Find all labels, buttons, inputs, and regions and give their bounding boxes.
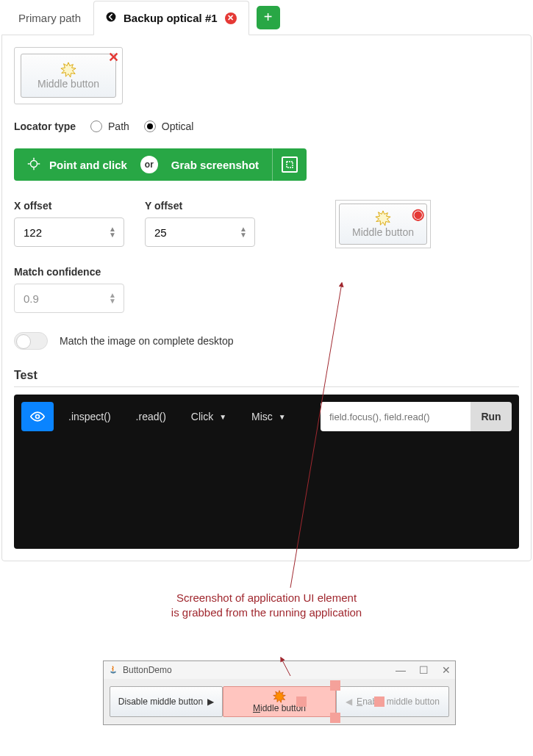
locator-panel: ✕ Middle button Locator type Path Optica… xyxy=(1,35,532,561)
offsets-row: X offset ▲▼ Y offset ▲▼ Middle button ◉ xyxy=(14,200,519,247)
inspect-preview-button[interactable] xyxy=(21,402,54,431)
eye-icon xyxy=(30,409,45,424)
x-offset-field: X offset ▲▼ xyxy=(14,200,124,247)
tabs-row: Primary path Backup optical #1 ✕ + xyxy=(0,0,533,35)
enable-middle-button[interactable]: ◀ Enable middle button xyxy=(336,686,449,717)
confidence-input-wrap[interactable]: ▲▼ xyxy=(14,284,124,313)
demo-window: ButtonDemo — ☐ ✕ Disable middle button ▶… xyxy=(103,660,456,725)
locator-type-label: Locator type xyxy=(14,120,76,132)
click-action[interactable]: Click▼ xyxy=(181,402,237,431)
right-arrow-icon: ▶ xyxy=(207,696,214,707)
locator-type-row: Locator type Path Optical xyxy=(14,120,519,132)
captured-thumbnail: ✕ Middle button xyxy=(14,47,123,104)
y-offset-input[interactable] xyxy=(153,226,240,240)
svg-point-1 xyxy=(31,160,37,167)
selection-icon xyxy=(282,156,298,173)
java-icon xyxy=(108,665,118,675)
close-window-icon[interactable]: ✕ xyxy=(442,664,451,676)
x-offset-input[interactable] xyxy=(22,226,109,240)
y-offset-label: Y offset xyxy=(145,200,255,212)
desktop-match-toggle[interactable] xyxy=(14,332,48,350)
splat-icon xyxy=(375,210,391,226)
y-offset-stepper[interactable]: ▲▼ xyxy=(240,226,247,238)
radio-optical-icon xyxy=(144,120,156,132)
add-tab-button[interactable]: + xyxy=(257,6,280,29)
minimize-icon[interactable]: — xyxy=(396,664,406,676)
tab-primary-label: Primary path xyxy=(18,12,81,24)
or-badge: or xyxy=(140,156,158,173)
misc-action[interactable]: Misc▼ xyxy=(241,402,296,431)
confidence-label: Match confidence xyxy=(14,266,519,278)
radio-path[interactable]: Path xyxy=(90,120,129,132)
selection-handle xyxy=(296,696,307,707)
svg-point-0 xyxy=(107,12,116,22)
test-header: Test xyxy=(14,369,519,387)
confidence-row: Match confidence ▲▼ xyxy=(14,266,519,313)
confidence-input[interactable] xyxy=(22,292,109,306)
disable-middle-button[interactable]: Disable middle button ▶ xyxy=(110,686,223,717)
close-tab-icon[interactable]: ✕ xyxy=(225,12,237,24)
tab-backup-optical[interactable]: Backup optical #1 ✕ xyxy=(93,1,249,35)
selection-handle xyxy=(374,696,384,707)
run-input[interactable] xyxy=(321,402,471,431)
test-console: .inspect() .read() Click▼ Misc▼ Run xyxy=(14,395,519,549)
left-arrow-icon: ◀ xyxy=(346,696,352,707)
screenshot-area-button[interactable] xyxy=(273,148,307,181)
run-button[interactable]: Run xyxy=(471,402,512,431)
svg-rect-6 xyxy=(287,162,293,168)
point-and-click-label: Point and click xyxy=(49,159,127,171)
confidence-stepper[interactable]: ▲▼ xyxy=(109,292,116,304)
run-group: Run xyxy=(321,402,512,431)
inspect-action[interactable]: .inspect() xyxy=(58,402,121,431)
console-toolbar: .inspect() .read() Click▼ Misc▼ Run xyxy=(21,402,512,431)
preview-label: Middle button xyxy=(352,226,414,238)
splat-icon xyxy=(60,62,76,78)
annotation-text: Screenshot of application UI element is … xyxy=(171,591,362,621)
tab-primary-path[interactable]: Primary path xyxy=(6,2,93,33)
caret-down-icon: ▼ xyxy=(219,413,226,421)
demo-title-text: ButtonDemo xyxy=(123,665,172,675)
svg-point-7 xyxy=(36,415,40,419)
radio-path-icon xyxy=(90,120,102,132)
target-marker-icon: ◉ xyxy=(412,205,424,223)
thumbnail-label: Middle button xyxy=(37,78,99,90)
caret-down-icon: ▼ xyxy=(279,413,286,421)
grab-screenshot-label: Grab screenshot xyxy=(171,159,259,171)
back-arrow-icon xyxy=(106,10,116,26)
y-offset-field: Y offset ▲▼ xyxy=(145,200,255,247)
read-action[interactable]: .read() xyxy=(126,402,176,431)
selection-handle xyxy=(330,713,340,723)
radio-optical-label: Optical xyxy=(162,120,194,132)
x-offset-input-wrap[interactable]: ▲▼ xyxy=(14,217,124,247)
middle-button[interactable]: Middle button xyxy=(223,686,336,717)
desktop-match-label: Match the image on complete desktop xyxy=(60,335,234,347)
crosshair-icon xyxy=(27,157,40,173)
preview-frame: Middle button ◉ xyxy=(335,200,431,248)
demo-titlebar: ButtonDemo — ☐ ✕ xyxy=(104,661,455,679)
maximize-icon[interactable]: ☐ xyxy=(419,664,429,676)
radio-optical[interactable]: Optical xyxy=(144,120,194,132)
radio-path-label: Path xyxy=(108,120,129,132)
tab-backup-label: Backup optical #1 xyxy=(124,12,218,24)
point-and-click-button[interactable]: Point and click xyxy=(14,148,140,181)
demo-body: Disable middle button ▶ Middle button ◀ … xyxy=(104,679,455,724)
y-offset-input-wrap[interactable]: ▲▼ xyxy=(145,217,255,247)
thumbnail-preview: Middle button xyxy=(21,54,116,98)
splat-icon xyxy=(273,690,286,703)
x-offset-stepper[interactable]: ▲▼ xyxy=(109,226,116,238)
selection-handle xyxy=(330,680,340,691)
grab-screenshot-button[interactable]: Grab screenshot xyxy=(158,148,272,181)
desktop-toggle-row: Match the image on complete desktop xyxy=(14,332,519,350)
delete-thumbnail-icon[interactable]: ✕ xyxy=(108,49,119,65)
preview-target: Middle button ◉ xyxy=(335,200,431,248)
annotation-area: Screenshot of application UI element is … xyxy=(0,569,533,752)
capture-action-bar: Point and click or Grab screenshot xyxy=(14,148,307,181)
x-offset-label: X offset xyxy=(14,200,124,212)
